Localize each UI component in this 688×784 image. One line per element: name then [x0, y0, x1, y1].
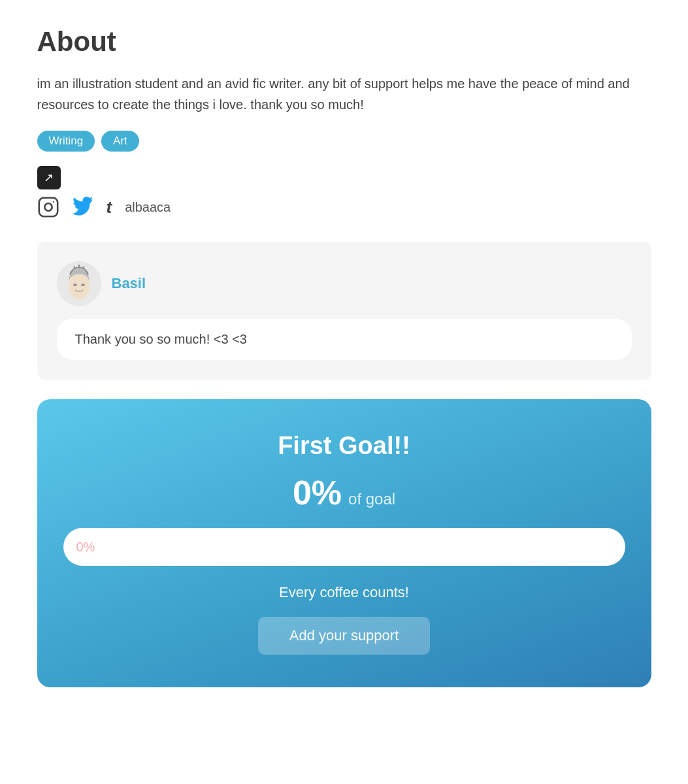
- tags-row: Writing Art: [37, 131, 651, 152]
- social-icons-row: t albaaca: [37, 196, 651, 218]
- avatar: [57, 261, 101, 306]
- tumblr-icon[interactable]: t: [106, 197, 112, 218]
- svg-point-1: [44, 203, 52, 210]
- goal-title: First Goal!!: [57, 432, 632, 460]
- goal-of-goal-label: of goal: [348, 490, 395, 508]
- external-link-row: ↗: [37, 166, 651, 189]
- message-bubble: Thank you so so much! <3 <3: [57, 319, 632, 360]
- goal-subtext: Every coffee counts!: [57, 584, 632, 601]
- twitter-icon[interactable]: [73, 197, 93, 218]
- tag-writing[interactable]: Writing: [37, 131, 95, 152]
- instagram-icon[interactable]: [37, 196, 59, 218]
- svg-rect-0: [39, 198, 57, 216]
- goal-section: First Goal!! 0% of goal 0% Every coffee …: [37, 399, 651, 687]
- about-section: About im an illustration student and an …: [37, 26, 651, 242]
- tag-art[interactable]: Art: [101, 131, 139, 152]
- external-link-icon[interactable]: ↗: [37, 166, 61, 189]
- about-description: im an illustration student and an avid f…: [37, 73, 651, 115]
- sender-name: Basil: [112, 275, 146, 292]
- add-support-button[interactable]: Add your support: [258, 617, 431, 655]
- progress-bar-label: 0%: [76, 540, 95, 555]
- about-title: About: [37, 26, 651, 57]
- svg-point-2: [52, 201, 54, 203]
- message-card: Basil Thank you so so much! <3 <3: [37, 242, 651, 380]
- social-username: albaaca: [125, 200, 171, 215]
- goal-percent-big: 0%: [293, 473, 342, 512]
- message-header: Basil: [57, 261, 632, 306]
- message-text: Thank you so so much! <3 <3: [75, 332, 248, 346]
- svg-point-4: [69, 273, 90, 299]
- goal-percentage-row: 0% of goal: [57, 473, 632, 512]
- svg-point-6: [81, 284, 85, 286]
- svg-point-5: [73, 284, 77, 286]
- progress-bar-container: 0%: [63, 528, 625, 566]
